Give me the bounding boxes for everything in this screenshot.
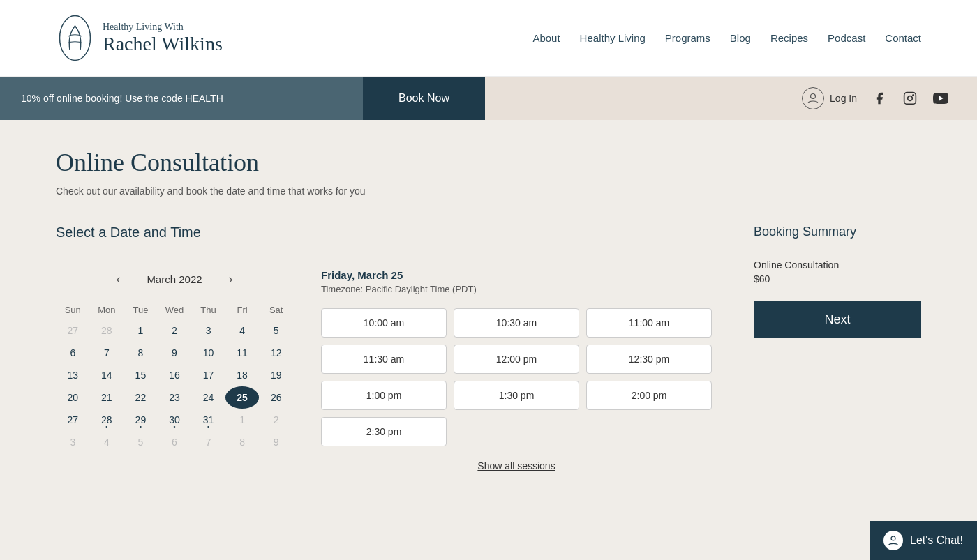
calendar-day[interactable]: 6 [56,342,90,364]
calendar-day[interactable]: 1 [124,319,158,342]
logo-icon [56,12,94,64]
calendar-day[interactable]: 2 [158,319,192,342]
calendar-day[interactable]: 17 [191,364,225,386]
time-slot[interactable]: 10:00 am [321,308,447,338]
weekday-tue: Tue [124,301,158,319]
facebook-icon[interactable] [871,90,888,107]
calendar-day[interactable]: 11 [225,342,260,364]
calendar-day[interactable]: 12 [259,342,293,364]
calendar-day[interactable]: 5 [259,319,293,342]
calendar-day[interactable]: 9 [158,342,192,364]
nav-about[interactable]: About [532,32,560,44]
nav-programs[interactable]: Programs [665,32,710,44]
header: Healthy Living With Rachel Wilkins About… [0,0,977,77]
promo-text: 10% off online booking! Use the code HEA… [21,93,223,104]
calendar-day[interactable]: 20 [56,386,90,409]
time-slot[interactable]: 12:00 pm [454,345,579,374]
nav-recipes[interactable]: Recipes [770,32,808,44]
time-slot[interactable]: 2:00 pm [586,381,712,410]
calendar-day: 6 [158,431,192,453]
calendar-grid: Sun Mon Tue Wed Thu Fri Sat 272812345678… [56,301,293,453]
calendar-day[interactable]: 26 [259,386,293,409]
page-subtitle: Check out our availability and book the … [56,186,921,197]
calendar-day[interactable]: 8 [124,342,158,364]
booking-summary: Booking Summary Online Consultation $60 … [754,225,921,471]
calendar-day: 5 [124,431,158,453]
calendar-day[interactable]: 30 [158,409,192,431]
calendar-day[interactable]: 14 [90,364,124,386]
divider [56,252,712,252]
weekday-wed: Wed [158,301,192,319]
time-slot[interactable]: 11:30 am [321,345,447,374]
next-button[interactable]: Next [754,301,921,338]
weekday-sun: Sun [56,301,90,319]
calendar-day: 28 [90,319,124,342]
login-area[interactable]: Log In [802,87,857,109]
time-slot[interactable]: 11:00 am [586,308,712,338]
logo-text-main: Rachel Wilkins [103,33,223,55]
nav-podcast[interactable]: Podcast [828,32,865,44]
calendar-day: 2 [259,409,293,431]
time-slot[interactable]: 10:30 am [454,308,579,338]
calendar-day[interactable]: 31 [191,409,225,431]
calendar-day: 8 [225,431,260,453]
next-month-button[interactable]: › [223,269,239,289]
svg-point-4 [913,95,913,96]
time-section: Friday, March 25 Timezone: Pacific Dayli… [321,269,712,471]
calendar-day[interactable]: 3 [191,319,225,342]
logo[interactable]: Healthy Living With Rachel Wilkins [56,12,223,64]
instagram-icon[interactable] [902,90,918,107]
calendar-day[interactable]: 23 [158,386,192,409]
chat-avatar-icon [883,531,903,550]
selected-date-label: Friday, March 25 [321,269,712,281]
time-slot[interactable]: 1:30 pm [454,381,579,410]
svg-point-6 [891,536,895,540]
calendar-day[interactable]: 27 [56,409,90,431]
calendar-day[interactable]: 4 [225,319,260,342]
calendar-day[interactable]: 24 [191,386,225,409]
calendar-day: 7 [191,431,225,453]
main-content: Online Consultation Check out our availa… [0,120,977,499]
calendar-day[interactable]: 7 [90,342,124,364]
calendar-day[interactable]: 22 [124,386,158,409]
calendar-day[interactable]: 29 [124,409,158,431]
calendar-day[interactable]: 21 [90,386,124,409]
prev-month-button[interactable]: ‹ [110,269,126,289]
calendar-time-section: Select a Date and Time ‹ March 2022 › [56,225,712,471]
time-slot[interactable]: 12:30 pm [586,345,712,374]
time-slot[interactable]: 2:30 pm [321,417,447,446]
nav-contact[interactable]: Contact [885,32,921,44]
nav-healthy-living[interactable]: Healthy Living [580,32,646,44]
login-label: Log In [830,93,857,104]
calendar-day[interactable]: 16 [158,364,192,386]
youtube-icon[interactable] [932,90,949,107]
show-all-sessions-link[interactable]: Show all sessions [321,460,712,471]
calendar-day[interactable]: 10 [191,342,225,364]
book-now-button[interactable]: Book Now [363,77,485,120]
calendar-day[interactable]: 13 [56,364,90,386]
calendar-day: 3 [56,431,90,453]
calendar-day: 9 [259,431,293,453]
calendar-time-inner: ‹ March 2022 › Sun Mon Tue Wed [56,269,712,471]
calendar-day: 4 [90,431,124,453]
promo-banner: 10% off online booking! Use the code HEA… [0,77,977,120]
select-datetime-label: Select a Date and Time [56,225,712,241]
calendar-day[interactable]: 19 [259,364,293,386]
summary-divider [754,248,921,248]
time-slot[interactable]: 1:00 pm [321,381,447,410]
summary-price: $60 [754,273,921,285]
booking-section: Select a Date and Time ‹ March 2022 › [56,225,921,471]
chat-button[interactable]: Let's Chat! [870,521,977,560]
time-grid: 10:00 am10:30 am11:00 am11:30 am12:00 pm… [321,308,712,446]
calendar-day: 1 [225,409,260,431]
calendar-month-year: March 2022 [147,273,202,285]
calendar-day[interactable]: 28 [90,409,124,431]
calendar-day[interactable]: 25 [225,386,260,409]
nav-blog[interactable]: Blog [730,32,751,44]
calendar-header: ‹ March 2022 › [56,269,293,289]
calendar-day[interactable]: 15 [124,364,158,386]
svg-point-3 [908,96,913,101]
calendar-day: 27 [56,319,90,342]
summary-service: Online Consultation [754,259,921,271]
calendar-day[interactable]: 18 [225,364,260,386]
